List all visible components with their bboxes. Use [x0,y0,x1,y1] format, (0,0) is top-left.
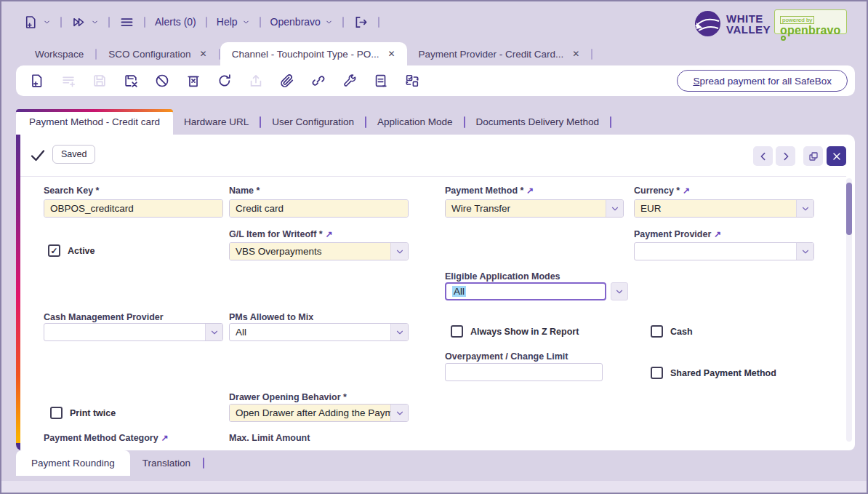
switch-view-icon[interactable] [404,73,420,89]
tab-payment-provider[interactable]: Payment Provider - Credit Card... ✕ [407,42,592,65]
close-icon[interactable]: ✕ [200,49,207,59]
dropdown-chevron-icon[interactable] [611,282,628,300]
topbar-divider [60,17,62,28]
payment-method-value[interactable]: Wire Transfer [446,200,606,217]
delete-icon[interactable] [185,73,201,89]
name-field[interactable]: Credit card [229,199,409,218]
help-label: Help [217,16,238,28]
payment-method-category-label: Payment Method Category ↗ [44,433,169,443]
checkbox-mark[interactable] [50,407,63,419]
print-twice-checkbox[interactable]: Print twice [50,407,116,419]
dropdown-chevron-icon[interactable] [796,200,813,217]
checkbox-mark[interactable] [651,367,663,379]
pms-allowed-to-mix-field[interactable]: All [229,323,409,341]
dropdown-chevron-icon[interactable] [390,405,408,421]
payment-method-label: Payment Method * ↗ [445,186,534,196]
pms-allowed-to-mix-value[interactable]: All [230,324,390,340]
spread-payment-button[interactable]: Spread payment for all SafeBox [677,70,848,92]
attachment-icon[interactable] [279,73,295,89]
dropdown-chevron-icon[interactable] [205,324,222,340]
checkbox-mark[interactable] [451,325,463,338]
tab-user-configuration[interactable]: User Configuration [261,109,365,135]
selected-text: All [452,286,466,297]
link-icon[interactable] [310,73,326,89]
new-record-icon[interactable] [29,73,45,89]
cash-label: Cash [670,327,693,337]
payment-provider-value[interactable] [635,243,796,260]
always-show-z-report-checkbox[interactable]: Always Show in Z Report [451,325,579,338]
currency-value[interactable]: EUR [635,200,796,217]
tab-label: Application Mode [377,116,453,127]
main-menu-button[interactable] [119,15,134,30]
cash-checkbox[interactable]: Cash [651,325,693,338]
tab-channel-touchpoint-type[interactable]: Channel - Touchpoint Type - PO... ✕ [220,42,407,65]
tab-translation[interactable]: Translation [130,450,203,476]
help-menu[interactable]: Help [217,16,250,28]
previous-record-button[interactable] [753,146,773,166]
dropdown-chevron-icon[interactable] [390,243,408,260]
tab-label: Translation [142,458,190,469]
search-key-value[interactable]: OBPOS_creditcard [44,200,222,217]
drawer-opening-behavior-field[interactable]: Open Drawer after Adding the Payme [229,404,409,422]
scrollbar-thumb[interactable] [846,183,852,235]
shared-payment-method-checkbox[interactable]: Shared Payment Method [651,367,776,379]
tab-label: User Configuration [272,116,354,127]
dropdown-chevron-icon[interactable] [796,243,813,260]
tab-payment-method-credit-card[interactable]: Payment Method - Credit card [16,109,173,135]
link-arrow-icon[interactable]: ↗ [526,186,534,196]
tab-workspace[interactable]: Workspace [23,42,95,65]
user-menu[interactable]: Openbravo [270,16,333,28]
tab-application-mode[interactable]: Application Mode [366,109,464,135]
payment-provider-field[interactable] [634,242,814,260]
drawer-opening-behavior-value[interactable]: Open Drawer after Adding the Payme [230,405,390,421]
cancel-icon[interactable] [154,73,170,89]
next-record-button[interactable] [776,146,795,166]
link-arrow-icon[interactable]: ↗ [683,186,690,196]
overpayment-change-limit-value[interactable] [446,364,602,381]
logout-button[interactable] [353,15,369,30]
overpayment-change-limit-field[interactable] [445,363,603,381]
dropdown-chevron-icon[interactable] [606,200,623,217]
link-arrow-icon[interactable]: ↗ [326,229,333,239]
eligible-application-modes-value[interactable]: All [446,284,605,299]
tab-label: SCO Configuration [108,49,190,60]
tab-hardware-url[interactable]: Hardware URL [173,109,260,135]
currency-field[interactable]: EUR [634,199,814,218]
maximize-view-button[interactable] [803,146,823,166]
dropdown-chevron-icon[interactable] [390,324,408,340]
gl-item-writeoff-field[interactable]: VBS Overpayments [229,242,409,260]
quick-launch-menu[interactable] [71,15,99,30]
discard-icon[interactable] [123,73,139,89]
name-value[interactable]: Credit card [230,200,408,217]
topbar-divider [206,17,207,28]
close-icon[interactable]: ✕ [388,49,395,59]
tab-label: Payment Provider - Credit Card... [419,49,564,60]
link-arrow-icon[interactable]: ↗ [161,433,169,443]
search-key-field[interactable]: OBPOS_creditcard [44,199,223,218]
active-checkbox[interactable]: ✓ Active [48,244,95,257]
active-label: Active [68,246,95,256]
link-arrow-icon[interactable]: ↗ [714,229,721,239]
new-document-menu[interactable] [23,15,51,30]
payment-method-field[interactable]: Wire Transfer [445,199,624,218]
checkbox-mark[interactable] [651,325,663,338]
name-label: Name * [229,186,260,196]
print-icon[interactable] [373,73,389,89]
process-icon[interactable] [342,73,358,89]
alerts-menu[interactable]: Alerts (0) [155,16,196,28]
active-tab-gradient [16,109,173,112]
window-tab-bar: Workspace SCO Configuration ✕ Channel - … [23,42,592,65]
tab-payment-rounding[interactable]: Payment Rounding [16,450,130,476]
cash-management-provider-field[interactable] [44,323,223,341]
checkbox-mark[interactable]: ✓ [48,244,60,257]
refresh-icon[interactable] [217,73,233,89]
cash-management-provider-value[interactable] [44,324,205,340]
eligible-application-modes-field[interactable]: All [445,282,606,300]
tab-sco-configuration[interactable]: SCO Configuration ✕ [97,42,218,65]
close-form-button[interactable] [827,146,846,166]
gl-item-writeoff-value[interactable]: VBS Overpayments [230,243,390,260]
close-icon[interactable]: ✕ [572,49,579,59]
chevron-down-icon [325,18,333,26]
tab-documents-delivery-method[interactable]: Documents Delivery Method [465,109,611,135]
topbar-divider [260,17,261,28]
